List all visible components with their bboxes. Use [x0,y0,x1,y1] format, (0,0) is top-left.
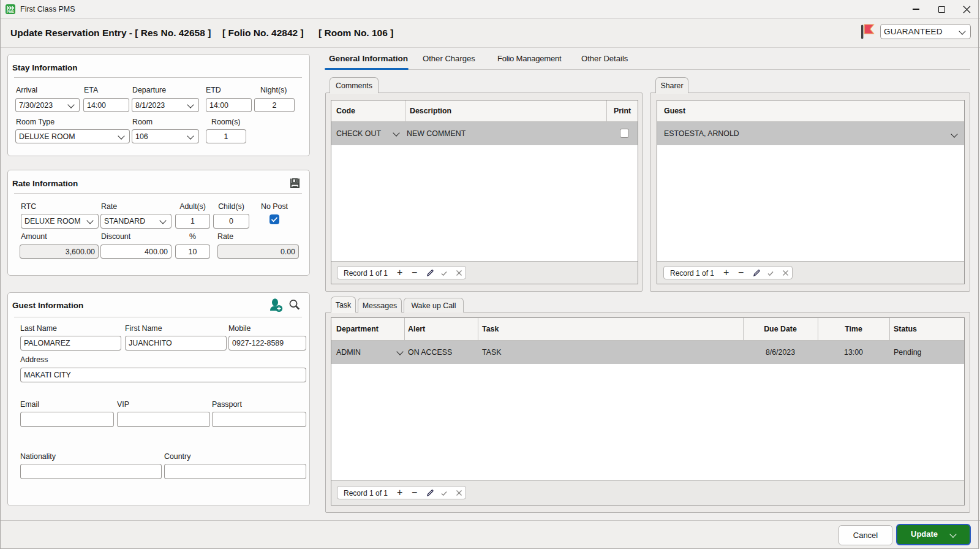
svg-text:PMS: PMS [7,10,14,13]
